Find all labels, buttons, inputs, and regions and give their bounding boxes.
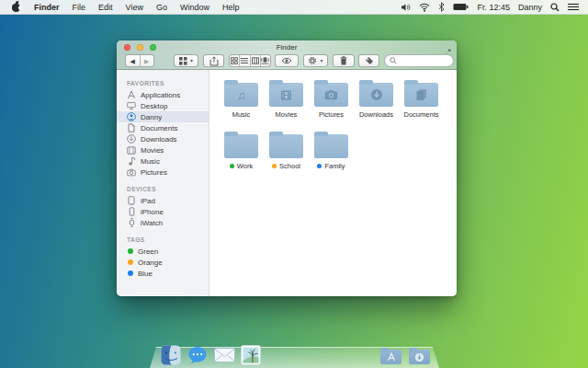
download-circle-icon	[127, 134, 136, 144]
blue-tag-icon	[317, 164, 322, 168]
orange-tag-icon	[128, 259, 133, 265]
sidebar-item-music[interactable]: Music	[117, 155, 209, 167]
window-title: Finder	[117, 43, 457, 52]
tag-button[interactable]	[358, 54, 379, 67]
camera-icon	[324, 89, 338, 100]
green-tag-icon	[230, 164, 234, 168]
bluetooth-icon[interactable]	[438, 2, 445, 12]
back-button[interactable]: ◀	[126, 55, 140, 66]
apple-menu-icon[interactable]	[11, 2, 21, 12]
sidebar-item-danny[interactable]: Danny	[117, 111, 209, 122]
menu-go[interactable]: Go	[156, 3, 167, 12]
share-icon	[209, 56, 219, 66]
music-note-icon	[127, 156, 136, 166]
sidebar-section-devices: DEVICES	[127, 186, 209, 192]
sidebar-item-iphone[interactable]: iPhone	[117, 206, 209, 217]
messages-icon[interactable]	[187, 345, 208, 365]
document-icon	[127, 123, 136, 132]
folder-school[interactable]: School	[264, 131, 309, 170]
desktop-icon	[127, 101, 136, 110]
downloads-folder-icon[interactable]	[409, 350, 430, 364]
folder-contents: ♫ Music Movies Pictures Downloads	[209, 70, 457, 296]
folder-downloads[interactable]: Downloads	[354, 79, 399, 119]
gear-icon	[308, 56, 317, 65]
download-circle-icon	[370, 88, 383, 101]
green-tag-icon	[128, 248, 133, 254]
sidebar-section-favorites: FAVORITES	[127, 80, 209, 86]
coverflow-view-button[interactable]	[260, 55, 270, 66]
finder-icon[interactable]	[161, 345, 181, 365]
user-home-icon	[127, 112, 136, 121]
folder-pictures[interactable]: Pictures	[309, 79, 354, 119]
grid-arrange-icon	[179, 57, 187, 65]
sidebar: FAVORITES Applications Desktop Danny Doc…	[117, 70, 209, 296]
column-view-button[interactable]	[250, 55, 260, 66]
filmstrip-icon	[127, 145, 136, 155]
sidebar-section-tags: TAGS	[127, 236, 209, 243]
menu-bar-clock[interactable]: Fr. 12:45	[477, 3, 510, 12]
battery-icon[interactable]	[453, 3, 469, 11]
icon-view-button[interactable]	[230, 55, 239, 66]
volume-icon[interactable]	[401, 3, 411, 12]
menu-view[interactable]: View	[126, 3, 143, 12]
folder-movies[interactable]: Movies	[264, 79, 309, 119]
applications-folder-icon[interactable]	[380, 350, 401, 364]
search-field[interactable]	[384, 54, 454, 67]
folder-family[interactable]: Family	[309, 131, 354, 170]
menu-bar-user[interactable]: Danny	[518, 3, 542, 12]
sidebar-item-ipad[interactable]: iPad	[117, 195, 209, 206]
ipad-icon	[127, 196, 136, 205]
menu-window[interactable]: Window	[180, 3, 209, 12]
sidebar-item-pictures[interactable]: Pictures	[117, 167, 209, 178]
forward-button[interactable]: ▶	[140, 55, 154, 66]
sidebar-item-movies[interactable]: Movies	[117, 144, 209, 155]
iphone-icon	[127, 207, 136, 216]
pages-icon	[415, 88, 427, 101]
photos-icon[interactable]	[241, 345, 261, 365]
iwatch-icon	[127, 218, 136, 227]
spotlight-search-icon[interactable]	[550, 3, 560, 12]
menu-edit[interactable]: Edit	[98, 3, 113, 12]
sidebar-item-tag-orange[interactable]: Orange	[117, 257, 209, 268]
share-button[interactable]	[203, 54, 224, 67]
music-note-icon: ♫	[237, 89, 246, 101]
menu-bar: Finder File Edit View Go Window Help Fr.…	[0, 0, 588, 15]
delete-button[interactable]	[333, 54, 355, 67]
dock	[150, 343, 439, 365]
sidebar-item-iwatch[interactable]: iWatch	[117, 217, 209, 228]
window-header[interactable]: Finder ◀ ▶ ▾	[117, 40, 457, 70]
filmstrip-icon	[280, 89, 292, 101]
blue-tag-icon	[128, 270, 133, 276]
arrange-button[interactable]: ▾	[174, 54, 198, 67]
sidebar-item-desktop[interactable]: Desktop	[117, 100, 209, 111]
folder-work[interactable]: Work	[219, 131, 264, 170]
sidebar-item-downloads[interactable]: Downloads	[117, 133, 209, 144]
menu-help[interactable]: Help	[222, 3, 240, 12]
fullscreen-icon[interactable]	[443, 44, 451, 52]
eye-icon	[281, 57, 292, 64]
list-view-button[interactable]	[239, 55, 249, 66]
back-forward-control: ◀ ▶	[125, 54, 154, 67]
applications-icon	[127, 90, 136, 99]
sidebar-item-documents[interactable]: Documents	[117, 122, 209, 133]
camera-icon	[127, 167, 136, 177]
folder-documents[interactable]: Documents	[399, 79, 444, 119]
search-icon	[390, 57, 397, 64]
trash-icon	[340, 56, 347, 65]
mail-icon[interactable]	[214, 348, 234, 363]
sidebar-item-applications[interactable]: Applications	[117, 89, 209, 100]
sidebar-item-tag-blue[interactable]: Blue	[117, 268, 209, 279]
action-button[interactable]: ▾	[303, 54, 328, 67]
sidebar-item-tag-green[interactable]: Green	[117, 246, 209, 257]
menu-finder[interactable]: Finder	[34, 3, 60, 12]
menu-file[interactable]: File	[73, 3, 86, 12]
folder-music[interactable]: ♫ Music	[219, 79, 264, 119]
view-mode-control	[229, 54, 271, 67]
tag-icon	[365, 56, 374, 65]
orange-tag-icon	[272, 164, 277, 168]
quick-look-button[interactable]	[275, 54, 299, 67]
notification-center-icon[interactable]	[568, 3, 579, 11]
finder-window: Finder ◀ ▶ ▾	[117, 40, 457, 296]
wifi-icon[interactable]	[419, 3, 430, 12]
